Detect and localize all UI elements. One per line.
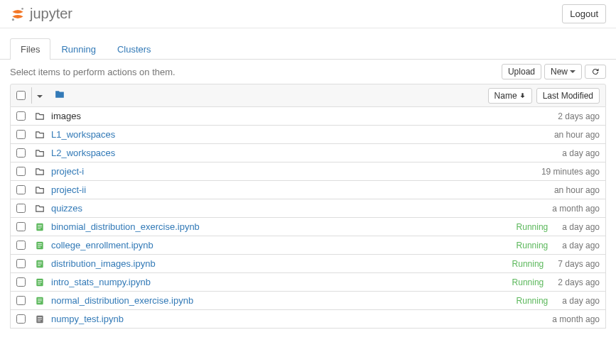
row-checkbox[interactable] [16, 314, 26, 324]
status-badge: Running [517, 241, 549, 250]
list-item: numpy_test.ipynba month ago [10, 310, 606, 329]
row-checkbox[interactable] [16, 148, 26, 158]
svg-rect-16 [38, 282, 42, 282]
logo[interactable]: jupyter [10, 6, 72, 22]
select-all-checkbox[interactable] [16, 91, 26, 100]
row-checkbox[interactable] [16, 259, 26, 268]
modified-time: a day ago [562, 148, 600, 158]
list-item: quizzesa month ago [10, 199, 606, 218]
tabs: Files Running Clusters [0, 38, 616, 60]
notebook-icon [35, 314, 45, 324]
svg-rect-19 [38, 299, 42, 299]
list-item: college_enrollment.ipynbRunninga day ago [10, 236, 606, 255]
folder-icon-wrap [34, 167, 45, 177]
item-name-link[interactable]: normal_distribution_exercise.ipynb [51, 295, 193, 306]
caret-down-icon [570, 70, 576, 73]
refresh-button[interactable] [585, 65, 606, 79]
item-name-link[interactable]: L1_workspaces [51, 129, 115, 140]
svg-point-1 [12, 18, 14, 21]
notebook-icon-wrap [34, 222, 45, 232]
svg-rect-12 [38, 263, 42, 264]
tab-running[interactable]: Running [50, 38, 106, 60]
item-name-link[interactable]: distribution_images.ipynb [51, 258, 156, 269]
status-badge: Running [517, 296, 549, 306]
row-checkbox[interactable] [16, 296, 26, 305]
item-name-link[interactable]: quizzes [51, 203, 82, 214]
notebook-icon [35, 277, 45, 287]
file-list: Name Last Modified images2 days agoL1_wo… [10, 84, 606, 329]
item-name-link[interactable]: college_enrollment.ipynb [51, 240, 153, 250]
svg-point-0 [21, 7, 23, 9]
item-name-link[interactable]: binomial_distribution_exercise.ipynb [51, 221, 200, 232]
select-dropdown[interactable] [31, 87, 48, 104]
status-badge: Running [512, 277, 544, 287]
breadcrumb-root[interactable] [55, 89, 65, 101]
svg-rect-7 [38, 243, 42, 244]
folder-icon-wrap [34, 185, 45, 195]
row-checkbox[interactable] [16, 130, 26, 139]
row-checkbox[interactable] [16, 241, 26, 250]
refresh-icon [591, 67, 600, 76]
modified-time: an hour ago [554, 185, 600, 195]
svg-rect-4 [38, 226, 42, 227]
row-checkbox[interactable] [16, 204, 26, 213]
svg-rect-15 [38, 280, 42, 281]
notebook-icon [35, 259, 45, 269]
row-checkbox[interactable] [16, 111, 26, 121]
select-all[interactable] [16, 91, 27, 100]
list-item: distribution_images.ipynbRunning7 days a… [10, 255, 606, 273]
row-checkbox[interactable] [16, 277, 26, 287]
new-button-label: New [551, 67, 568, 77]
folder-icon-wrap [34, 130, 45, 140]
row-checkbox[interactable] [16, 167, 26, 176]
header: jupyter Logout [0, 0, 616, 28]
svg-rect-8 [38, 245, 42, 246]
instruction-text: Select items to perform actions on them. [10, 67, 175, 77]
svg-rect-23 [38, 317, 42, 318]
tab-files[interactable]: Files [10, 38, 50, 60]
list-item: project-i19 minutes ago [10, 162, 606, 181]
status-badge: Running [517, 222, 549, 232]
item-name-link[interactable]: project-ii [51, 184, 86, 195]
modified-time: 19 minutes ago [541, 167, 600, 177]
notebook-icon [35, 296, 45, 306]
svg-rect-17 [38, 283, 40, 284]
notebook-icon-wrap [34, 277, 45, 287]
svg-rect-3 [38, 225, 42, 226]
modified-time: 7 days ago [558, 259, 600, 269]
new-button[interactable]: New [544, 64, 582, 79]
logo-text: jupyter [30, 6, 72, 22]
svg-rect-20 [38, 300, 42, 301]
folder-icon [35, 204, 45, 214]
svg-rect-13 [38, 265, 40, 265]
folder-icon [35, 185, 45, 195]
upload-button[interactable]: Upload [502, 64, 541, 79]
svg-rect-9 [38, 246, 40, 247]
item-name-link[interactable]: intro_stats_numpy.ipynb [51, 277, 151, 287]
folder-icon [35, 130, 45, 140]
sort-name-button[interactable]: Name [488, 88, 532, 104]
arrow-down-icon [519, 92, 526, 99]
item-name-link[interactable]: numpy_test.ipynb [51, 314, 124, 324]
folder-icon [35, 111, 45, 121]
tab-clusters[interactable]: Clusters [107, 38, 162, 60]
folder-icon [55, 89, 65, 99]
notebook-icon-wrap [34, 259, 45, 269]
notebook-icon [35, 241, 45, 250]
modified-time: a day ago [562, 222, 600, 232]
item-name-link[interactable]: project-i [51, 166, 84, 177]
sort-modified-button[interactable]: Last Modified [536, 88, 600, 104]
row-checkbox[interactable] [16, 185, 26, 194]
item-name-link[interactable]: images [51, 111, 81, 121]
folder-icon [35, 148, 45, 158]
modified-time: an hour ago [554, 130, 600, 140]
notebook-icon-wrap [34, 296, 45, 306]
item-name-link[interactable]: L2_workspaces [51, 148, 115, 158]
modified-time: a month ago [552, 204, 600, 214]
sort-name-label: Name [495, 91, 517, 101]
list-item: binomial_distribution_exercise.ipynbRunn… [10, 218, 606, 236]
folder-icon-wrap [34, 111, 45, 121]
notebook-icon-wrap [34, 314, 45, 324]
logout-button[interactable]: Logout [562, 4, 606, 23]
row-checkbox[interactable] [16, 222, 26, 231]
